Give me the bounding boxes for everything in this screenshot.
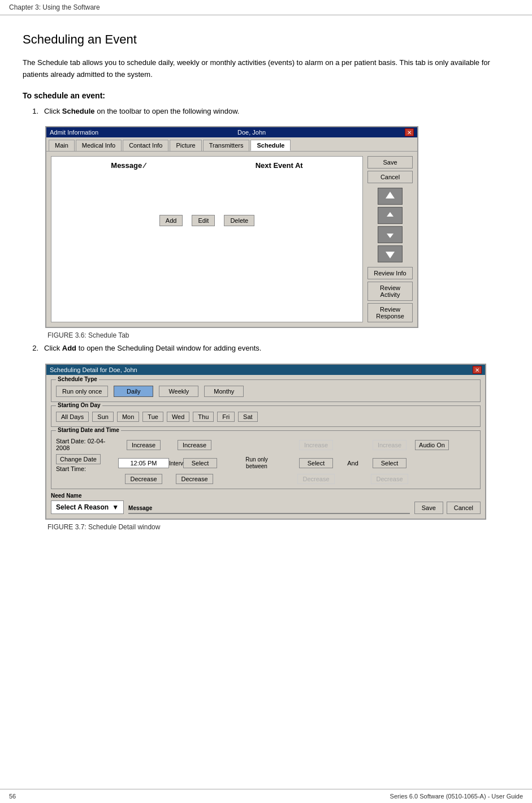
step-1-text: Click Schedule on the toolbar to open th… — [44, 106, 509, 118]
schedule-main-area: Message ⁄ Next Event At Add Edit Delete — [51, 156, 363, 322]
chapter-label: Chapter 3: Using the Software — [9, 3, 100, 11]
step-1-num: 1. — [23, 106, 38, 118]
days-row: All Days Sun Mon Tue Wed Thu Fri Sat — [56, 412, 475, 422]
decrease-start-time-btn[interactable]: Decrease — [125, 474, 162, 484]
dropdown-arrow-icon: ▼ — [112, 503, 119, 511]
col-header-message: Message ⁄ — [111, 161, 145, 170]
arrow-up-top[interactable] — [378, 188, 403, 205]
mon-btn[interactable]: Mon — [117, 412, 139, 422]
interval-select-btn[interactable]: Select — [183, 458, 217, 468]
close-button-37[interactable]: ✕ — [473, 366, 482, 374]
start-time-label: Start Time: — [56, 465, 86, 472]
titlebar-37: Scheduling Detail for Doe, John ✕ — [46, 365, 485, 375]
review-info-button[interactable]: Review Info — [367, 267, 413, 279]
tab-medical-info[interactable]: Medical Info — [76, 140, 122, 151]
message-field[interactable] — [128, 513, 410, 514]
arrow-down-bottom[interactable] — [378, 245, 403, 262]
titlebar-center: Doe, John — [98, 129, 405, 136]
schedule-type-group: Schedule Type Run only once Daily Weekly… — [51, 379, 481, 402]
start-time-field[interactable]: 12:05 PM — [118, 458, 169, 468]
select-reason-dropdown[interactable]: Select A Reason ▼ — [51, 500, 124, 514]
decrease-select2-btn[interactable]: Decrease — [371, 474, 408, 484]
increase-select1-btn[interactable]: Increase — [299, 440, 333, 450]
run-select1-btn[interactable]: Select — [299, 458, 333, 468]
schedule-headers: Message ⁄ Next Event At — [56, 161, 358, 170]
schedule-action-buttons: Add Edit Delete — [56, 215, 358, 226]
page-number: 56 — [9, 793, 16, 800]
sat-btn[interactable]: Sat — [238, 412, 258, 422]
decrease-interval-btn[interactable]: Decrease — [176, 474, 213, 484]
svg-marker-3 — [386, 252, 395, 258]
tue-btn[interactable]: Tue — [142, 412, 163, 422]
step-2: 2. Click Add to open the Scheduling Deta… — [23, 343, 509, 355]
message-group: Message — [128, 505, 410, 514]
sun-btn[interactable]: Sun — [92, 412, 114, 422]
body-36: Message ⁄ Next Event At Add Edit Delete … — [46, 152, 417, 327]
cancel-button-37[interactable]: Cancel — [447, 502, 481, 514]
change-date-btn[interactable]: Change Date — [56, 454, 101, 464]
review-activity-button[interactable]: Review Activity — [367, 282, 413, 301]
section-heading: To schedule an event: — [23, 91, 509, 100]
change-date-row: Change Date — [56, 454, 118, 464]
starting-date-time-label: Starting Date and Time — [56, 427, 121, 433]
save-button-37[interactable]: Save — [414, 502, 443, 514]
close-button-36[interactable]: ✕ — [405, 128, 414, 136]
save-cancel-group: Save Cancel — [414, 502, 481, 514]
delete-button[interactable]: Delete — [224, 215, 254, 226]
review-response-button[interactable]: Review Response — [367, 303, 413, 322]
step-2-num: 2. — [23, 343, 38, 355]
wed-btn[interactable]: Wed — [167, 412, 189, 422]
step-2-bold: Add — [62, 344, 76, 352]
nav-arrows-36 — [367, 188, 413, 262]
schedule-type-label: Schedule Type — [56, 376, 99, 382]
fri-btn[interactable]: Fri — [217, 412, 235, 422]
audio-on-btn[interactable]: Audio On — [415, 440, 449, 450]
tab-transmitters[interactable]: Transmitters — [203, 140, 250, 151]
body-37: Schedule Type Run only once Daily Weekly… — [46, 375, 485, 519]
window-37: Scheduling Detail for Doe, John ✕ Schedu… — [45, 364, 486, 520]
col-header-next-event: Next Event At — [256, 161, 303, 170]
figure-37-container: Scheduling Detail for Doe, John ✕ Schedu… — [45, 364, 509, 531]
starting-on-day-group: Starting On Day All Days Sun Mon Tue Wed… — [51, 405, 481, 427]
weekly-btn[interactable]: Weekly — [159, 386, 198, 397]
add-button[interactable]: Add — [159, 215, 183, 226]
arrow-up[interactable] — [378, 207, 403, 224]
need-name-label: Need Name — [51, 493, 124, 499]
tab-picture[interactable]: Picture — [170, 140, 201, 151]
product-label: Series 6.0 Software (0510-1065-A) - User… — [390, 793, 523, 800]
page-header: Chapter 3: Using the Software — [0, 0, 532, 15]
step-1-bold: Schedule — [62, 107, 95, 115]
intro-text: The Schedule tab allows you to schedule … — [23, 57, 509, 81]
monthly-btn[interactable]: Monthy — [204, 386, 244, 397]
increase-start-time-btn[interactable]: Increase — [127, 440, 161, 450]
tab-main[interactable]: Main — [49, 140, 75, 151]
page-footer: 56 Series 6.0 Software (0510-1065-A) - U… — [0, 789, 532, 803]
page-title: Scheduling an Event — [23, 32, 509, 47]
all-days-btn[interactable]: All Days — [56, 412, 89, 422]
arrow-down[interactable] — [378, 226, 403, 243]
increase-select2-btn[interactable]: Increase — [373, 440, 406, 450]
thu-btn[interactable]: Thu — [193, 412, 214, 422]
daily-btn[interactable]: Daily — [114, 386, 153, 397]
message-label: Message — [128, 505, 410, 511]
run-only-once-btn[interactable]: Run only once — [56, 386, 108, 397]
titlebar-36: Admit Information Doe, John ✕ — [46, 127, 417, 137]
select-reason-text: Select A Reason — [56, 503, 109, 511]
save-button-36[interactable]: Save — [367, 156, 413, 169]
tab-schedule[interactable]: Schedule — [250, 140, 291, 151]
decrease-select1-btn[interactable]: Decrease — [297, 474, 334, 484]
svg-marker-0 — [386, 192, 395, 198]
sidebar-36: Save Cancel — [367, 156, 413, 322]
figure-37-caption: FIGURE 3.7: Schedule Detail window — [47, 523, 509, 531]
run-select2-btn[interactable]: Select — [373, 458, 406, 468]
titlebar-left: Admit Information — [50, 129, 98, 136]
figure-36-container: Admit Information Doe, John ✕ Main Medic… — [45, 126, 509, 339]
increase-interval-btn[interactable]: Increase — [178, 440, 211, 450]
svg-marker-1 — [387, 212, 393, 217]
and-label: And — [347, 460, 358, 467]
titlebar-37-text: Scheduling Detail for Doe, John — [50, 366, 137, 373]
cancel-button-36[interactable]: Cancel — [367, 171, 413, 183]
step-1: 1. Click Schedule on the toolbar to open… — [23, 106, 509, 118]
edit-button[interactable]: Edit — [192, 215, 215, 226]
tab-contact-info[interactable]: Contact Info — [123, 140, 168, 151]
